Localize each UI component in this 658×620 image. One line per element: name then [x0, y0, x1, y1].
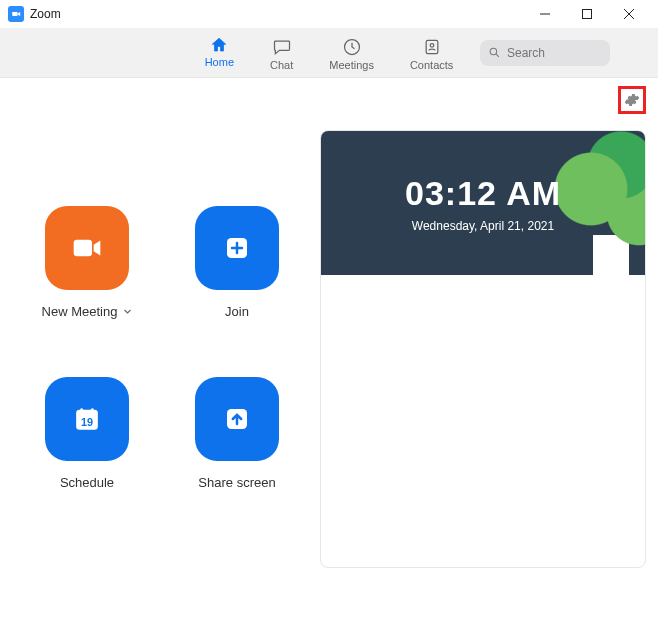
svg-rect-9 [74, 240, 92, 257]
svg-rect-15 [80, 408, 83, 413]
action-tiles: New Meeting Join [12, 206, 312, 490]
titlebar: Zoom [0, 0, 658, 28]
schedule-label: Schedule [60, 475, 114, 490]
main-content: New Meeting Join [0, 78, 658, 620]
tab-chat-label: Chat [270, 59, 293, 71]
new-meeting-label-row[interactable]: New Meeting [42, 304, 133, 319]
window-minimize-button[interactable] [524, 0, 566, 28]
calendar-day: 19 [81, 416, 93, 428]
join-button[interactable] [195, 206, 279, 290]
tile-share-screen: Share screen [162, 377, 312, 490]
svg-rect-1 [583, 10, 592, 19]
chat-icon [272, 37, 292, 57]
nav-tabs: Home Chat Meetings Contacts [201, 28, 458, 77]
join-label: Join [225, 304, 249, 319]
window-maximize-button[interactable] [566, 0, 608, 28]
window-close-button[interactable] [608, 0, 650, 28]
calendar-icon: 19 [67, 399, 107, 439]
tile-schedule: 19 Schedule [12, 377, 162, 490]
schedule-button[interactable]: 19 [45, 377, 129, 461]
plus-icon [217, 228, 257, 268]
tab-home[interactable]: Home [201, 32, 238, 77]
clock-date: Wednesday, April 21, 2021 [412, 219, 554, 233]
share-up-icon [217, 399, 257, 439]
tile-join: Join [162, 206, 312, 319]
tab-home-label: Home [205, 56, 234, 68]
home-icon [209, 36, 229, 54]
contacts-icon [422, 37, 442, 57]
navbar: Home Chat Meetings Contacts [0, 28, 658, 78]
svg-rect-16 [91, 408, 94, 413]
tile-new-meeting: New Meeting [12, 206, 162, 319]
tab-contacts[interactable]: Contacts [406, 32, 457, 77]
tab-chat[interactable]: Chat [266, 32, 297, 77]
window-title: Zoom [30, 7, 61, 21]
tab-meetings-label: Meetings [329, 59, 374, 71]
clock-banner: 03:12 AM Wednesday, April 21, 2021 [321, 131, 645, 275]
share-screen-label: Share screen [198, 475, 275, 490]
search-input[interactable] [507, 46, 597, 60]
new-meeting-button[interactable] [45, 206, 129, 290]
zoom-app-icon [8, 6, 24, 22]
clock-time: 03:12 AM [405, 174, 561, 213]
clock-icon [342, 37, 362, 57]
svg-point-6 [430, 43, 434, 47]
search-field[interactable] [480, 40, 610, 66]
tab-contacts-label: Contacts [410, 59, 453, 71]
tab-meetings[interactable]: Meetings [325, 32, 378, 77]
info-panel: 03:12 AM Wednesday, April 21, 2021 [320, 130, 646, 568]
svg-line-8 [496, 54, 499, 57]
share-screen-button[interactable] [195, 377, 279, 461]
chevron-down-icon [123, 307, 132, 316]
search-icon [488, 46, 501, 59]
svg-point-7 [490, 48, 497, 55]
video-icon [67, 228, 107, 268]
new-meeting-label: New Meeting [42, 304, 118, 319]
